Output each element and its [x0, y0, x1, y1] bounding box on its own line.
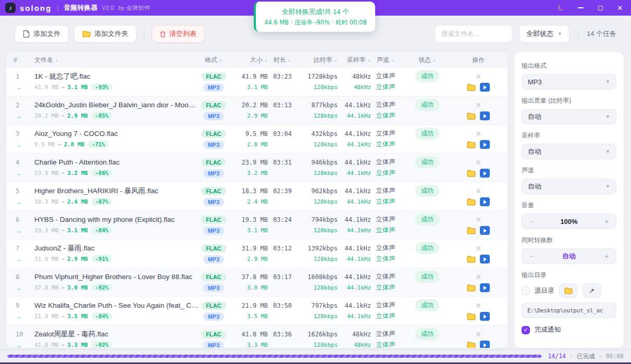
remove-file-button[interactable]: ✕ [475, 158, 481, 167]
table-row[interactable]: 4 → Charlie Puth - Attention.flac 23.9 M… [6, 154, 508, 182]
convert-arrow-icon: → [14, 256, 22, 263]
sort-asc-icon: ▲ [334, 58, 338, 62]
status-filter-dropdown[interactable]: 全部状态 ▼ [519, 25, 570, 43]
source-channels: 立体声 [376, 301, 395, 310]
source-size: 19.3 MB [241, 216, 268, 223]
convert-arrow-icon: → [14, 170, 22, 177]
output-format-select[interactable]: MP3 ▼ [522, 74, 616, 90]
channels-select[interactable]: 自动 ▼ [522, 179, 616, 194]
play-button[interactable] [480, 140, 490, 149]
concurrency-minus-button[interactable]: - [528, 252, 535, 260]
col-header-index: # [14, 56, 34, 64]
open-folder-button[interactable] [467, 227, 476, 234]
open-folder-button[interactable] [467, 342, 476, 348]
table-row[interactable]: 7 → JudsonZ - 暴雨.flac 31.9 MB→2.9 MB-91%… [6, 240, 508, 268]
status-badge: 成功 [415, 70, 439, 82]
browse-folder-button[interactable] [559, 283, 578, 298]
minimize-button[interactable] [577, 4, 584, 11]
open-folder-button[interactable] [467, 141, 476, 148]
table-row[interactable]: 6 → HYBS - Dancing with my phone (Explic… [6, 211, 508, 240]
source-format-badge: FLAC [201, 101, 226, 109]
remove-file-button[interactable]: ✕ [475, 244, 481, 253]
play-button[interactable] [480, 312, 490, 321]
table-row[interactable]: 8 → Phum Viphurit_Higher Brothers - Love… [6, 268, 508, 297]
col-header-channels[interactable]: 声道▲ [371, 56, 400, 65]
remove-file-button[interactable]: ✕ [475, 216, 481, 224]
col-header-bitrate[interactable]: 比特率▲ [297, 56, 338, 65]
notify-row: ✓ 完成通知 [522, 325, 616, 334]
col-header-size[interactable]: 大小▲ [228, 56, 268, 65]
target-bitrate: 128kbps [314, 256, 338, 262]
volume-plus-button[interactable]: + [603, 217, 610, 225]
play-button[interactable] [480, 283, 490, 292]
target-samplerate: 48kHz [354, 342, 371, 348]
add-file-button[interactable]: 添加文件 [15, 25, 69, 43]
concurrency-stepper: - 自动 + [522, 248, 616, 264]
channels-label: 声道 [522, 166, 616, 175]
table-row[interactable]: 10 → Zealot周星星 - 毒药.flac 41.8 MB→3.3 MB-… [6, 325, 508, 348]
source-bitrate: 794kbps [311, 216, 338, 223]
output-path[interactable]: E:\Desktop\output_sl_ac [522, 303, 616, 318]
play-button[interactable] [480, 197, 490, 206]
col-header-samplerate[interactable]: 采样率▲ [338, 56, 371, 65]
theme-toggle-moon-icon[interactable]: ☾ [555, 2, 566, 14]
open-output-dir-button[interactable]: ↗ [583, 283, 601, 298]
add-folder-button[interactable]: 添加文件夹 [74, 25, 137, 43]
remove-file-button[interactable]: ✕ [475, 187, 481, 195]
volume-minus-button[interactable]: - [528, 217, 535, 225]
open-folder-button[interactable] [467, 313, 476, 320]
play-icon [484, 143, 487, 147]
open-folder-button[interactable] [467, 84, 476, 91]
remove-file-button[interactable]: ✕ [475, 130, 481, 138]
table-row[interactable]: 3 → Aioz_Young 7 - COCO.flac 9.5 MB→2.8 … [6, 125, 508, 154]
play-button[interactable] [480, 169, 490, 178]
play-button[interactable] [480, 83, 490, 92]
open-folder-button[interactable] [467, 284, 476, 292]
status-badge: 成功 [415, 156, 439, 168]
play-button[interactable] [480, 111, 490, 120]
concurrency-plus-button[interactable]: + [603, 252, 610, 260]
play-icon [484, 171, 487, 175]
table-row[interactable]: 1 → 1K - 就忘了吧.flac 41.9 MB→3.1 MB-93% FL… [6, 68, 508, 96]
table-row[interactable]: 2 → 24kGoldn_Justin Bieber_J Balvin_iann… [6, 96, 508, 125]
source-channels: 立体声 [376, 330, 395, 338]
col-header-filename[interactable]: 文件名▲ [34, 56, 199, 65]
table-row[interactable]: 5 → Higher Brothers_HARIKIRI - 暴风雨.flac … [6, 182, 508, 211]
status-badge: 成功 [415, 99, 439, 111]
target-size: 3.2 MB [247, 170, 268, 177]
source-size: 21.9 MB [241, 302, 268, 309]
clear-list-button[interactable]: 清空列表 [152, 25, 205, 43]
source-bitrate: 962kbps [311, 187, 338, 195]
open-folder-button[interactable] [467, 170, 476, 177]
col-header-duration[interactable]: 时长▲ [268, 56, 297, 65]
remove-file-button[interactable]: ✕ [475, 273, 481, 281]
remove-file-button[interactable]: ✕ [475, 72, 481, 81]
maximize-button[interactable] [597, 4, 604, 11]
play-button[interactable] [480, 226, 490, 235]
open-folder-button[interactable] [467, 112, 476, 120]
close-button[interactable]: ✕ [616, 4, 624, 11]
target-channels: 立体声 [376, 255, 395, 263]
bitrate-select[interactable]: 自动 ▼ [522, 109, 616, 124]
play-button[interactable] [480, 255, 490, 263]
search-input[interactable] [435, 25, 513, 43]
source-channels: 立体声 [376, 72, 395, 81]
sample-rate-select[interactable]: 自动 ▼ [522, 144, 616, 159]
table-row[interactable]: 9 → Wiz Khalifa_Charlie Puth - See You A… [6, 297, 508, 325]
chevron-down-icon: ▼ [605, 149, 610, 154]
remove-file-button[interactable]: ✕ [475, 330, 481, 338]
volume-label: 音量 [522, 201, 616, 210]
source-samplerate: 44.1kHz [344, 102, 371, 109]
col-header-format[interactable]: 格式▲ [199, 56, 228, 65]
open-folder-button[interactable] [467, 256, 476, 263]
remove-file-button[interactable]: ✕ [475, 302, 481, 310]
notify-checkbox[interactable]: ✓ [522, 326, 530, 334]
source-dir-checkbox[interactable] [522, 286, 530, 295]
target-format-badge: MP3 [203, 312, 225, 321]
app-byline: by 金牌软件 [118, 4, 150, 12]
target-size: 3.5 MB [247, 313, 268, 320]
remove-file-button[interactable]: ✕ [475, 101, 481, 109]
play-button[interactable] [480, 341, 490, 348]
open-folder-button[interactable] [467, 198, 476, 206]
col-header-status[interactable]: 状态▲ [400, 56, 454, 65]
